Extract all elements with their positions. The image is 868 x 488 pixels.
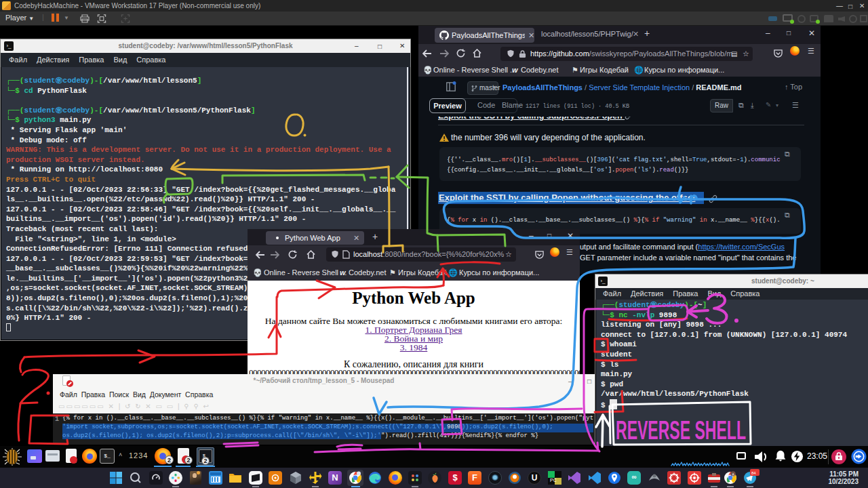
svg-text:A: A <box>732 472 734 476</box>
svg-text:PC: PC <box>550 478 557 483</box>
svg-text:84: 84 <box>751 471 756 475</box>
